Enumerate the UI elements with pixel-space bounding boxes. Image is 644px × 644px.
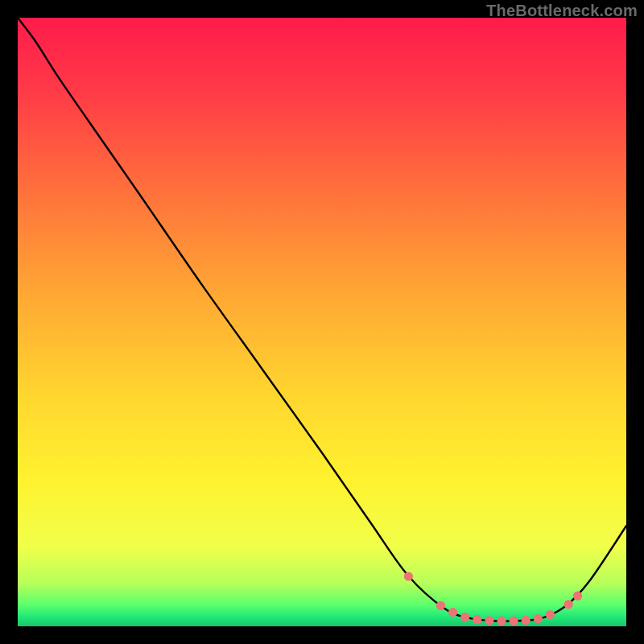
chart-area bbox=[18, 18, 626, 626]
data-marker bbox=[485, 616, 493, 625]
attribution-text: TheBottleneck.com bbox=[486, 2, 638, 20]
data-marker bbox=[404, 572, 413, 580]
data-marker bbox=[564, 600, 573, 609]
data-marker bbox=[473, 615, 481, 624]
data-marker bbox=[510, 617, 518, 625]
data-marker bbox=[522, 616, 530, 625]
data-marker bbox=[534, 614, 543, 623]
chart-svg bbox=[18, 18, 626, 626]
data-marker bbox=[497, 617, 506, 625]
data-marker bbox=[448, 608, 457, 617]
data-marker bbox=[546, 610, 555, 619]
gradient-background bbox=[18, 18, 626, 626]
data-marker bbox=[460, 613, 469, 621]
data-marker bbox=[573, 592, 582, 601]
data-marker bbox=[436, 601, 445, 610]
